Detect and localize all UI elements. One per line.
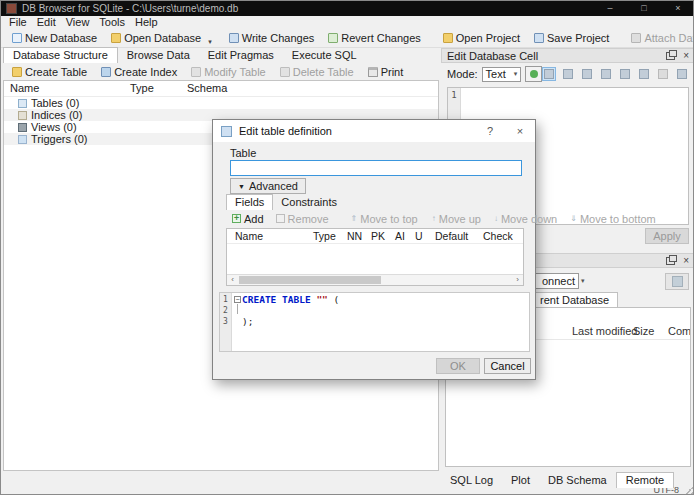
col-ai: AI bbox=[395, 230, 405, 242]
scroll-right-icon[interactable]: › bbox=[512, 275, 523, 285]
set-null-button[interactable] bbox=[656, 67, 670, 81]
fields-grid: Name Type NN PK AI U Default Check ‹ › bbox=[226, 228, 524, 286]
tab-db-schema[interactable]: DB Schema bbox=[539, 473, 616, 488]
close-panel-icon[interactable]: × bbox=[683, 256, 689, 266]
save-cell-button[interactable] bbox=[618, 67, 632, 81]
tree-row-tables[interactable]: Tables (0) bbox=[4, 97, 438, 109]
tab-edit-pragmas[interactable]: Edit Pragmas bbox=[199, 48, 283, 63]
tree-col-schema[interactable]: Schema bbox=[187, 82, 227, 94]
tree-col-name[interactable]: Name bbox=[10, 82, 39, 94]
tab-execute-sql[interactable]: Execute SQL bbox=[283, 48, 366, 63]
scroll-left-icon[interactable]: ‹ bbox=[227, 275, 238, 285]
dialog-help-button[interactable]: ? bbox=[475, 125, 505, 137]
tab-database-structure[interactable]: Database Structure bbox=[3, 47, 118, 63]
views-icon bbox=[18, 123, 27, 132]
modify-table-button[interactable]: Modify Table bbox=[184, 65, 273, 79]
minimize-button[interactable]: – bbox=[593, 1, 627, 16]
menu-file[interactable]: File bbox=[4, 16, 32, 29]
export-file-button[interactable] bbox=[599, 67, 613, 81]
open-database-button[interactable]: Open Database bbox=[104, 31, 208, 45]
cell-mode-row: Mode: Text ▾ bbox=[441, 64, 694, 84]
col-name: Name bbox=[235, 230, 263, 242]
window-title: DB Browser for SQLite - C:\Users\turne\d… bbox=[22, 3, 238, 14]
undock-panel-icon[interactable] bbox=[666, 257, 675, 265]
close-button[interactable]: × bbox=[661, 1, 694, 16]
advanced-toggle-button[interactable]: ▼ Advanced bbox=[230, 178, 306, 194]
col-u: U bbox=[415, 230, 423, 242]
main-toolbar: New Database Open Database ▾ Write Chang… bbox=[1, 29, 694, 48]
apply-button[interactable]: Apply bbox=[645, 228, 689, 244]
import-file-button[interactable] bbox=[580, 67, 594, 81]
revert-changes-button[interactable]: Revert Changes bbox=[321, 31, 428, 45]
move-down-button[interactable]: ↓ Move down bbox=[494, 213, 557, 225]
tab-remote[interactable]: Remote bbox=[616, 472, 675, 488]
write-changes-button[interactable]: Write Changes bbox=[222, 31, 322, 45]
tab-constraints[interactable]: Constraints bbox=[273, 195, 345, 210]
undock-panel-icon[interactable] bbox=[666, 52, 675, 60]
green-dot-icon bbox=[530, 70, 538, 78]
menu-tools[interactable]: Tools bbox=[94, 16, 130, 29]
move-to-top-button[interactable]: ⇑ Move to top bbox=[351, 213, 418, 225]
cancel-button[interactable]: Cancel bbox=[484, 358, 531, 374]
binary-mode-button[interactable] bbox=[561, 67, 575, 81]
sql-code: CREATE TABLE "" ( ); bbox=[242, 293, 339, 351]
menu-help[interactable]: Help bbox=[130, 16, 163, 29]
tab-sql-log[interactable]: SQL Log bbox=[441, 473, 502, 488]
col-nn: NN bbox=[347, 230, 362, 242]
arrow-bottom-icon: ⇓ bbox=[570, 214, 577, 223]
fullscreen-icon bbox=[639, 69, 649, 79]
binary-mode-icon bbox=[563, 69, 573, 79]
new-database-icon bbox=[12, 33, 22, 43]
remove-field-button[interactable]: Remove bbox=[276, 213, 329, 225]
save-project-button[interactable]: Save Project bbox=[527, 31, 616, 45]
sql-preview[interactable]: 1 2 3 − CREATE TABLE "" ( ); bbox=[219, 292, 530, 352]
move-up-button[interactable]: ↑ Move up bbox=[432, 213, 481, 225]
word-wrap-button[interactable] bbox=[525, 66, 542, 82]
maximize-button[interactable]: □ bbox=[627, 1, 661, 16]
create-index-button[interactable]: Create Index bbox=[94, 65, 184, 79]
create-table-button[interactable]: Create Table bbox=[5, 65, 94, 79]
dialog-title: Edit table definition bbox=[239, 125, 332, 137]
menu-view[interactable]: View bbox=[61, 16, 95, 29]
close-panel-icon[interactable]: × bbox=[683, 51, 689, 61]
print-cell-button[interactable] bbox=[675, 67, 689, 81]
scrollbar-thumb[interactable] bbox=[239, 276, 381, 284]
attach-database-button[interactable]: Attach Database bbox=[624, 31, 694, 45]
tab-plot[interactable]: Plot bbox=[502, 473, 539, 488]
edit-cell-panel-header: Edit Database Cell × bbox=[441, 48, 694, 63]
open-database-dropdown-icon[interactable]: ▾ bbox=[208, 38, 212, 46]
delete-table-button[interactable]: Delete Table bbox=[273, 65, 361, 79]
fold-marker-icon[interactable]: − bbox=[234, 296, 241, 303]
add-field-button[interactable]: + Add bbox=[232, 213, 264, 225]
create-table-icon bbox=[12, 67, 22, 77]
resize-grip[interactable] bbox=[684, 485, 694, 495]
text-mode-button[interactable] bbox=[542, 67, 556, 81]
tab-browse-data[interactable]: Browse Data bbox=[118, 48, 199, 63]
open-project-button[interactable]: Open Project bbox=[436, 31, 527, 45]
print-icon bbox=[368, 67, 378, 77]
refresh-icon bbox=[672, 276, 683, 287]
col-last-modified[interactable]: Last modified bbox=[572, 325, 637, 337]
menu-edit[interactable]: Edit bbox=[32, 16, 61, 29]
revert-changes-icon bbox=[328, 33, 338, 43]
col-size[interactable]: Size bbox=[633, 325, 654, 337]
print-button[interactable]: Print bbox=[361, 65, 411, 79]
tab-fields[interactable]: Fields bbox=[226, 194, 273, 210]
tree-header: Name Type Schema bbox=[4, 81, 438, 97]
new-database-button[interactable]: New Database bbox=[5, 31, 104, 45]
dialog-close-button[interactable]: × bbox=[505, 125, 535, 137]
fullscreen-button[interactable] bbox=[637, 67, 651, 81]
edit-table-dialog: Edit table definition ? × Table ▼ Advanc… bbox=[212, 119, 536, 380]
mode-select[interactable]: Text ▾ bbox=[482, 67, 522, 82]
fields-toolbar: + Add Remove ⇑ Move to top ↑ Move up ↓ M… bbox=[226, 211, 524, 226]
fields-grid-header: Name Type NN PK AI U Default Check bbox=[227, 229, 523, 244]
refresh-remote-button[interactable] bbox=[665, 273, 689, 290]
ok-button[interactable]: OK bbox=[436, 358, 480, 374]
table-name-input[interactable] bbox=[230, 160, 522, 176]
col-pk: PK bbox=[371, 230, 385, 242]
horizontal-scrollbar[interactable]: ‹ › bbox=[227, 274, 523, 285]
dialog-icon bbox=[221, 126, 232, 137]
move-to-bottom-button[interactable]: ⇓ Move to bottom bbox=[570, 213, 656, 225]
col-commit[interactable]: Commit bbox=[668, 325, 691, 337]
tree-col-type[interactable]: Type bbox=[130, 82, 154, 94]
